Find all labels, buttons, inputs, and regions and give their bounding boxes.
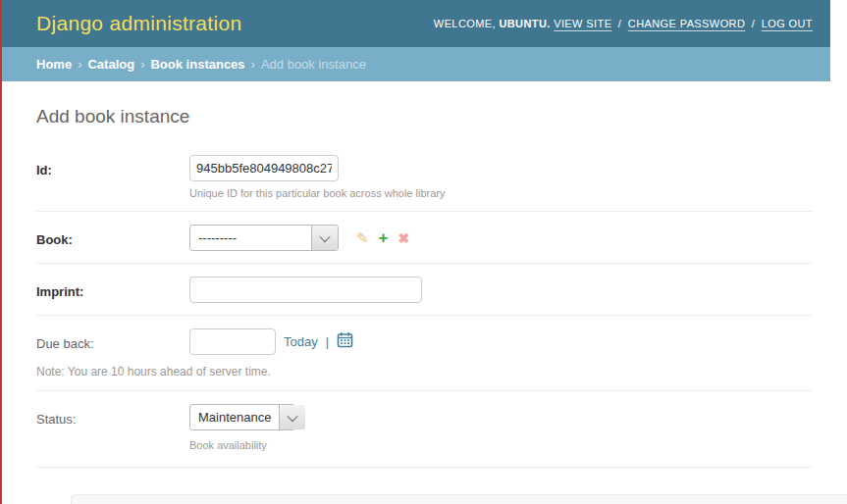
- field-row-status: Status: Maintenance Book availability: [36, 391, 813, 468]
- field-row-imprint: Imprint:: [36, 264, 813, 316]
- main-content: Add book instance Id: Unique ID for this…: [2, 81, 830, 504]
- book-select[interactable]: ---------: [189, 225, 339, 251]
- field-row-book: Book: --------- ✎ + ✖: [36, 212, 813, 264]
- field-row-due-back: Due back: Today |: [36, 316, 813, 391]
- due-back-input[interactable]: [189, 328, 276, 355]
- calendar-icon[interactable]: [337, 331, 353, 352]
- username: UBUNTU.: [499, 18, 550, 29]
- chevron-down-icon: [279, 405, 305, 429]
- edit-pencil-icon[interactable]: ✎: [356, 229, 369, 247]
- breadcrumb-home[interactable]: Home: [36, 57, 72, 72]
- breadcrumb-separator: ›: [78, 57, 81, 72]
- status-select[interactable]: Maintenance: [189, 404, 295, 430]
- admin-header: Django administration WELCOME, UBUNTU. V…: [2, 0, 830, 47]
- id-input[interactable]: [189, 155, 339, 181]
- separator: /: [752, 18, 755, 29]
- view-site-link[interactable]: VIEW SITE: [554, 18, 611, 29]
- related-widget-actions: ✎ + ✖: [356, 225, 409, 251]
- separator: /: [618, 18, 621, 29]
- status-label: Status:: [36, 412, 76, 427]
- log-out-link[interactable]: LOG OUT: [762, 18, 813, 29]
- id-label: Id:: [36, 163, 52, 177]
- shortcut-pipe: |: [326, 334, 329, 349]
- status-select-value: Maintenance: [190, 405, 279, 429]
- breadcrumb-catalog[interactable]: Catalog: [87, 57, 134, 72]
- id-help-text: Unique ID for this particular book acros…: [189, 187, 813, 199]
- welcome-text: WELCOME,: [434, 18, 496, 29]
- site-title[interactable]: Django administration: [36, 12, 241, 35]
- breadcrumb: Home › Catalog › Book instances › Add bo…: [2, 47, 830, 81]
- today-shortcut-link[interactable]: Today: [284, 334, 318, 349]
- chevron-down-icon: [311, 226, 338, 250]
- field-row-id: Id: Unique ID for this particular book a…: [36, 145, 813, 212]
- user-tools: WELCOME, UBUNTU. VIEW SITE / CHANGE PASS…: [434, 18, 813, 29]
- breadcrumb-separator: ›: [140, 57, 144, 72]
- book-label: Book:: [36, 232, 73, 247]
- add-book-instance-form: Id: Unique ID for this particular book a…: [36, 145, 813, 468]
- change-password-link[interactable]: CHANGE PASSWORD: [628, 18, 745, 29]
- imprint-input[interactable]: [189, 277, 422, 303]
- timezone-note: Note: You are 10 hours ahead of server t…: [36, 365, 813, 378]
- django-admin-page: Django administration WELCOME, UBUNTU. V…: [0, 0, 847, 504]
- add-plus-icon[interactable]: +: [379, 229, 389, 246]
- page-title: Add book instance: [36, 106, 830, 127]
- book-select-value: ---------: [190, 226, 311, 250]
- breadcrumb-current: Add book instance: [261, 57, 366, 72]
- status-help-text: Book availability: [189, 439, 813, 451]
- delete-x-icon[interactable]: ✖: [398, 230, 410, 246]
- breadcrumb-separator: ›: [251, 57, 255, 72]
- window: Django administration WELCOME, UBUNTU. V…: [2, 0, 830, 504]
- breadcrumb-book-instances[interactable]: Book instances: [150, 57, 244, 72]
- submit-row: Save and add another Save and continue e…: [71, 494, 847, 504]
- imprint-label: Imprint:: [36, 284, 83, 299]
- screenshot-left-edge: [0, 0, 2, 504]
- due-back-label: Due back:: [36, 336, 94, 351]
